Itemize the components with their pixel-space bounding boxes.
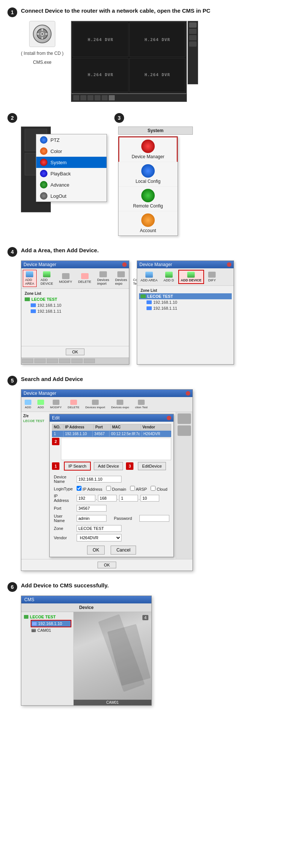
bg-ok-button[interactable]: OK: [98, 562, 116, 568]
menu-item-color[interactable]: Color: [36, 146, 107, 157]
zone-child-1[interactable]: 192.168.1.10: [29, 302, 127, 308]
ip-octet1[interactable]: [77, 495, 95, 502]
system-menu-account[interactable]: Account: [118, 211, 178, 235]
vendor-select[interactable]: H264DVR: [77, 534, 121, 541]
toolbar-modify[interactable]: MODIFY: [57, 272, 74, 285]
toolbar-bg-3[interactable]: MODIFY: [48, 399, 64, 410]
devname-value: [75, 474, 171, 485]
menu-item-playback[interactable]: PlayBack: [36, 168, 107, 179]
devmgr-bg-toolbar: ADD ADD MODIFY DELETE: [21, 397, 192, 412]
devmgr-empty-area: [21, 316, 129, 346]
toolbar-bg-5[interactable]: Devices import: [83, 399, 107, 410]
step23-section: 2 PTZ: [0, 106, 299, 240]
toolbar-modify-right[interactable]: DIFY: [206, 271, 218, 283]
col-ip: IP Address: [64, 424, 94, 430]
system-menu-devmgr[interactable]: Device Manager: [118, 137, 178, 162]
toolbar-add-device-partial[interactable]: ADD D: [162, 271, 176, 283]
toolbar-bg-6[interactable]: Devices expo: [109, 399, 131, 410]
menu-item-system[interactable]: System: [36, 157, 107, 168]
window-close-right[interactable]: [227, 262, 231, 267]
zone-group-lecoe-r[interactable]: LECOE TEST: [139, 293, 232, 299]
step3-wrapper: 3 System Device Manager Local Confi: [114, 112, 193, 236]
cb-ipaddress[interactable]: [77, 486, 81, 491]
status-btn4: [59, 359, 70, 363]
row-mac: 00:12:12:5e:8f:7c: [110, 431, 142, 437]
sidebar-group-lecoe[interactable]: LECOE TEST: [23, 614, 71, 620]
toolbar-add-device-hl[interactable]: ADD DEVICE: [178, 270, 204, 284]
toolbar-bg-4[interactable]: DELETE: [66, 399, 81, 410]
ip-octet4[interactable]: [141, 495, 159, 502]
menu-item-system-label: System: [50, 160, 67, 165]
window-close-left[interactable]: [122, 262, 127, 267]
menu-item-logout-label: LogOut: [50, 193, 67, 199]
password-input[interactable]: [139, 515, 169, 522]
toolbar-add-area[interactable]: ADD AREA: [23, 270, 37, 287]
svg-point-2: [41, 33, 43, 35]
step4-number: 4: [7, 247, 17, 257]
network-icon-1: [31, 303, 36, 307]
zone-child-1r[interactable]: 192.168.1.10: [145, 299, 232, 305]
row-vendor: H264DVR: [142, 431, 171, 437]
sidebar-child-cam[interactable]: CAM01: [31, 627, 71, 633]
edit-device-button[interactable]: EditDevice: [138, 462, 166, 470]
ip-octet2[interactable]: [98, 495, 117, 502]
form-cancel-button[interactable]: Cancel: [111, 546, 136, 555]
logintype-label: LoginType: [52, 485, 75, 493]
ok-button-left[interactable]: OK: [66, 349, 84, 355]
zone-group-lecoe[interactable]: LECOE TEST: [23, 296, 127, 302]
zone-input[interactable]: [77, 525, 121, 532]
step1-section: 1 Connect Device to the router with a ne…: [0, 0, 299, 106]
row-no: 1: [52, 431, 64, 437]
form-row-username: User Name Password: [52, 513, 171, 524]
step2-wrapper: 2 PTZ: [7, 112, 99, 220]
devmgr-toolbar-left: ADD AREA ADD DEVICE MODIFY DELETE Device…: [21, 268, 129, 289]
device-icon: [32, 622, 37, 625]
edit-close[interactable]: [167, 416, 171, 420]
bg-toolbar-label4: DELETE: [68, 406, 79, 409]
form-ok-button[interactable]: OK: [87, 546, 105, 555]
system-icon: [40, 159, 47, 166]
right-panel-btn1[interactable]: [178, 413, 191, 424]
toolbar-bg-2[interactable]: ADD: [36, 399, 46, 410]
menu-item-logout[interactable]: LogOut: [36, 190, 107, 202]
delete-label: DELETE: [78, 280, 91, 284]
ip-search-button[interactable]: IP Search: [64, 462, 91, 471]
toolbar-import[interactable]: Devices import: [95, 270, 111, 287]
toolbar-delete[interactable]: DELETE: [76, 272, 93, 285]
step3-number: 3: [114, 113, 124, 123]
bg-toolbar-icon5: [92, 400, 99, 405]
devmgr-window-right: Device Manager ADD AREA ADD D ADD DEVICE: [137, 260, 234, 365]
toolbar-export[interactable]: Devices expo: [113, 270, 129, 287]
port-input[interactable]: [77, 505, 107, 512]
right-panel-btn2[interactable]: [178, 425, 191, 436]
search-table-header: NO. IP Address Port MAC Vendor: [52, 424, 171, 430]
sidebar-child-ip[interactable]: 192.168.1.10: [31, 620, 71, 627]
toolbar-bg-1[interactable]: ADD: [23, 399, 33, 410]
system-menu-remotecfg[interactable]: Remote Config: [118, 187, 178, 211]
menu-item-ptz[interactable]: PTZ: [36, 134, 107, 146]
password-label: Password: [114, 516, 132, 521]
toolbar-add-device[interactable]: ADD DEVICE: [39, 270, 55, 287]
cb-cloud[interactable]: [151, 486, 155, 491]
export-icon: [117, 271, 125, 277]
system-menu-localcfg[interactable]: Local Config: [118, 162, 178, 187]
menu-item-advance[interactable]: Advance: [36, 179, 107, 190]
zone-child-1-ip: 192.168.1.10: [37, 303, 61, 307]
cb-arsp[interactable]: [130, 486, 135, 491]
zone-label: Zone: [52, 524, 75, 533]
toolbar-bg-7[interactable]: ction Test: [133, 399, 150, 410]
window-close-bg[interactable]: [186, 391, 190, 396]
step5-section: 5 Search and Add Device Device Manager A…: [0, 368, 299, 575]
zone-group-name-r: LECOE TEST: [147, 294, 173, 299]
ip-octet3[interactable]: [119, 495, 138, 502]
cb-domain[interactable]: [106, 486, 111, 491]
search-table-row[interactable]: 1 192.168.1.10 34567 00:12:12:5e:8f:7c H…: [52, 431, 171, 437]
step1-header: 1 Connect Device to the router with a ne…: [7, 7, 292, 17]
zone-child-2r[interactable]: 192.168.1.11: [145, 305, 232, 311]
camera-feed: 4 CAM01: [74, 612, 151, 705]
zone-child-2[interactable]: 192.168.1.11: [29, 308, 127, 314]
toolbar-add-area-right[interactable]: ADD AREA: [139, 271, 160, 283]
devname-input[interactable]: [77, 476, 121, 483]
add-device-button[interactable]: Add Device: [94, 462, 123, 470]
username-input[interactable]: [77, 515, 107, 522]
